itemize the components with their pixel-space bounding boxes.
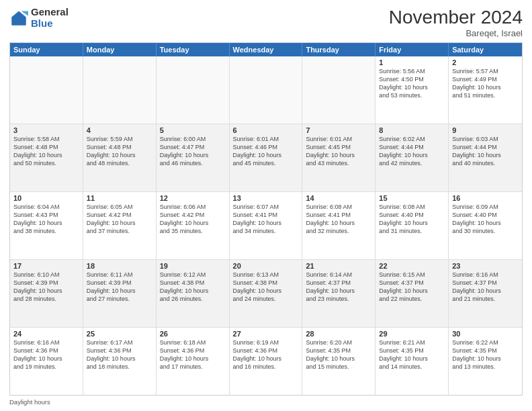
empty-cell xyxy=(83,56,157,124)
day-number: 16 xyxy=(452,194,519,202)
day-cell: 15Sunrise: 6:08 AM Sunset: 4:40 PM Dayli… xyxy=(375,192,449,259)
day-number: 14 xyxy=(306,194,371,202)
day-number: 18 xyxy=(87,262,152,270)
day-info: Sunrise: 6:02 AM Sunset: 4:44 PM Dayligh… xyxy=(379,135,445,168)
day-number: 15 xyxy=(379,194,445,202)
day-number: 8 xyxy=(379,126,445,134)
day-cell: 24Sunrise: 6:16 AM Sunset: 4:36 PM Dayli… xyxy=(10,328,83,395)
day-info: Sunrise: 6:19 AM Sunset: 4:36 PM Dayligh… xyxy=(233,338,299,371)
weekday-header: Tuesday xyxy=(157,43,230,56)
day-cell: 8Sunrise: 6:02 AM Sunset: 4:44 PM Daylig… xyxy=(375,124,449,191)
day-info: Sunrise: 6:01 AM Sunset: 4:46 PM Dayligh… xyxy=(233,135,299,168)
day-info: Sunrise: 5:57 AM Sunset: 4:49 PM Dayligh… xyxy=(452,67,519,100)
day-info: Sunrise: 6:05 AM Sunset: 4:42 PM Dayligh… xyxy=(87,203,152,236)
day-cell: 23Sunrise: 6:16 AM Sunset: 4:37 PM Dayli… xyxy=(449,260,522,327)
empty-cell xyxy=(302,56,375,124)
weekday-header: Sunday xyxy=(10,43,83,56)
day-cell: 26Sunrise: 6:18 AM Sunset: 4:36 PM Dayli… xyxy=(157,328,230,395)
day-number: 20 xyxy=(233,262,299,270)
day-info: Sunrise: 6:20 AM Sunset: 4:35 PM Dayligh… xyxy=(306,338,371,371)
footer: Daylight hours xyxy=(9,398,523,406)
day-cell: 6Sunrise: 6:01 AM Sunset: 4:46 PM Daylig… xyxy=(230,124,303,191)
day-cell: 2Sunrise: 5:57 AM Sunset: 4:49 PM Daylig… xyxy=(449,56,522,124)
day-info: Sunrise: 6:07 AM Sunset: 4:41 PM Dayligh… xyxy=(233,203,299,236)
calendar-row: 24Sunrise: 6:16 AM Sunset: 4:36 PM Dayli… xyxy=(10,328,522,395)
day-cell: 9Sunrise: 6:03 AM Sunset: 4:44 PM Daylig… xyxy=(449,124,522,191)
logo-icon xyxy=(9,9,28,28)
day-number: 11 xyxy=(87,194,152,202)
day-cell: 18Sunrise: 6:11 AM Sunset: 4:39 PM Dayli… xyxy=(83,260,157,327)
day-info: Sunrise: 6:04 AM Sunset: 4:43 PM Dayligh… xyxy=(13,203,79,236)
day-cell: 14Sunrise: 6:08 AM Sunset: 4:41 PM Dayli… xyxy=(302,192,375,259)
day-number: 24 xyxy=(13,330,79,338)
calendar-row: 10Sunrise: 6:04 AM Sunset: 4:43 PM Dayli… xyxy=(10,192,522,260)
weekday-header: Wednesday xyxy=(230,43,303,56)
day-cell: 3Sunrise: 5:58 AM Sunset: 4:48 PM Daylig… xyxy=(10,124,83,191)
day-number: 26 xyxy=(160,330,226,338)
logo-general: General xyxy=(31,6,69,17)
svg-rect-2 xyxy=(12,17,26,25)
calendar-row: 1Sunrise: 5:56 AM Sunset: 4:50 PM Daylig… xyxy=(10,56,522,124)
day-number: 28 xyxy=(306,330,371,338)
day-info: Sunrise: 6:09 AM Sunset: 4:40 PM Dayligh… xyxy=(452,203,519,236)
day-number: 22 xyxy=(379,262,445,270)
day-number: 25 xyxy=(87,330,152,338)
day-info: Sunrise: 6:01 AM Sunset: 4:45 PM Dayligh… xyxy=(306,135,371,168)
day-info: Sunrise: 5:56 AM Sunset: 4:50 PM Dayligh… xyxy=(379,67,445,100)
day-number: 17 xyxy=(13,262,79,270)
day-cell: 29Sunrise: 6:21 AM Sunset: 4:35 PM Dayli… xyxy=(375,328,449,395)
day-cell: 27Sunrise: 6:19 AM Sunset: 4:36 PM Dayli… xyxy=(230,328,303,395)
day-number: 5 xyxy=(160,126,226,134)
day-number: 12 xyxy=(160,194,226,202)
calendar-row: 17Sunrise: 6:10 AM Sunset: 4:39 PM Dayli… xyxy=(10,260,522,328)
weekday-header: Saturday xyxy=(449,43,522,56)
page: General Blue November 2024 Bareqet, Isra… xyxy=(0,0,532,411)
day-cell: 1Sunrise: 5:56 AM Sunset: 4:50 PM Daylig… xyxy=(375,56,449,124)
weekday-header: Friday xyxy=(375,43,449,56)
day-cell: 28Sunrise: 6:20 AM Sunset: 4:35 PM Dayli… xyxy=(302,328,375,395)
day-number: 23 xyxy=(452,262,519,270)
empty-cell xyxy=(10,56,83,124)
logo-blue: Blue xyxy=(31,17,53,29)
calendar-header: SundayMondayTuesdayWednesdayThursdayFrid… xyxy=(10,43,522,56)
day-number: 2 xyxy=(452,58,519,66)
day-cell: 19Sunrise: 6:12 AM Sunset: 4:38 PM Dayli… xyxy=(157,260,230,327)
day-number: 6 xyxy=(233,126,299,134)
day-cell: 16Sunrise: 6:09 AM Sunset: 4:40 PM Dayli… xyxy=(449,192,522,259)
day-number: 13 xyxy=(233,194,299,202)
title-block: November 2024 Bareqet, Israel xyxy=(389,7,523,38)
calendar-body: 1Sunrise: 5:56 AM Sunset: 4:50 PM Daylig… xyxy=(10,56,522,395)
day-info: Sunrise: 6:10 AM Sunset: 4:39 PM Dayligh… xyxy=(13,271,79,304)
header: General Blue November 2024 Bareqet, Isra… xyxy=(9,7,523,38)
day-number: 10 xyxy=(13,194,79,202)
day-info: Sunrise: 5:59 AM Sunset: 4:48 PM Dayligh… xyxy=(87,135,152,168)
day-info: Sunrise: 6:03 AM Sunset: 4:44 PM Dayligh… xyxy=(452,135,519,168)
day-number: 19 xyxy=(160,262,226,270)
day-info: Sunrise: 6:11 AM Sunset: 4:39 PM Dayligh… xyxy=(87,271,152,304)
day-info: Sunrise: 6:21 AM Sunset: 4:35 PM Dayligh… xyxy=(379,338,445,371)
empty-cell xyxy=(230,56,303,124)
day-cell: 21Sunrise: 6:14 AM Sunset: 4:37 PM Dayli… xyxy=(302,260,375,327)
day-cell: 5Sunrise: 6:00 AM Sunset: 4:47 PM Daylig… xyxy=(157,124,230,191)
day-info: Sunrise: 6:08 AM Sunset: 4:40 PM Dayligh… xyxy=(379,203,445,236)
day-number: 1 xyxy=(379,58,445,66)
day-number: 27 xyxy=(233,330,299,338)
day-info: Sunrise: 6:00 AM Sunset: 4:47 PM Dayligh… xyxy=(160,135,226,168)
calendar-row: 3Sunrise: 5:58 AM Sunset: 4:48 PM Daylig… xyxy=(10,124,522,192)
weekday-header: Thursday xyxy=(302,43,375,56)
day-number: 9 xyxy=(452,126,519,134)
day-info: Sunrise: 6:16 AM Sunset: 4:37 PM Dayligh… xyxy=(452,271,519,304)
day-info: Sunrise: 6:16 AM Sunset: 4:36 PM Dayligh… xyxy=(13,338,79,371)
logo: General Blue xyxy=(9,7,69,29)
day-info: Sunrise: 6:15 AM Sunset: 4:37 PM Dayligh… xyxy=(379,271,445,304)
day-number: 4 xyxy=(87,126,152,134)
day-info: Sunrise: 6:08 AM Sunset: 4:41 PM Dayligh… xyxy=(306,203,371,236)
weekday-header: Monday xyxy=(83,43,157,56)
location-subtitle: Bareqet, Israel xyxy=(389,28,523,38)
day-cell: 20Sunrise: 6:13 AM Sunset: 4:38 PM Dayli… xyxy=(230,260,303,327)
day-info: Sunrise: 6:18 AM Sunset: 4:36 PM Dayligh… xyxy=(160,338,226,371)
day-number: 30 xyxy=(452,330,519,338)
day-cell: 30Sunrise: 6:22 AM Sunset: 4:35 PM Dayli… xyxy=(449,328,522,395)
day-cell: 25Sunrise: 6:17 AM Sunset: 4:36 PM Dayli… xyxy=(83,328,157,395)
day-info: Sunrise: 5:58 AM Sunset: 4:48 PM Dayligh… xyxy=(13,135,79,168)
